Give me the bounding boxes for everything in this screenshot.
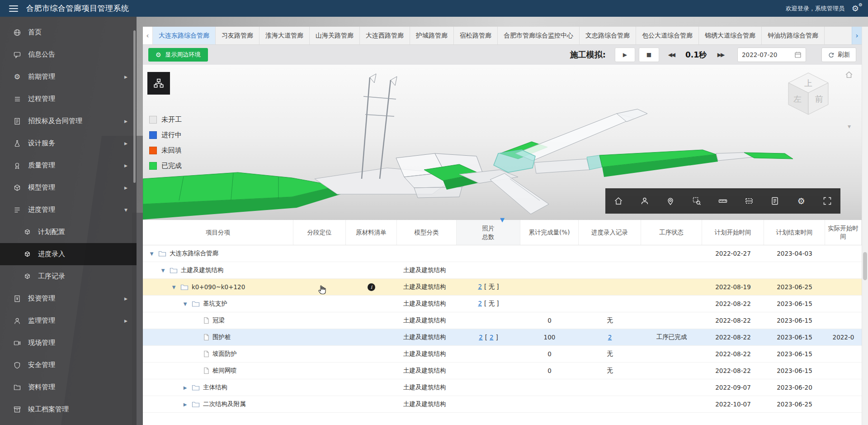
- sidebar-item-investment[interactable]: 投资管理 ▶: [0, 287, 137, 310]
- sidebar-item-model[interactable]: 模型管理 ▶: [0, 177, 137, 199]
- hierarchy-icon: [153, 78, 164, 89]
- tab-huaihai[interactable]: 淮海大道管廊: [259, 27, 310, 44]
- sidebar-item-early-stage[interactable]: ⚙ 前期管理 ▶: [0, 66, 137, 88]
- progress-list-icon: [13, 206, 22, 214]
- info-icon[interactable]: i: [368, 283, 375, 291]
- tree-toggle-icon[interactable]: ▶: [182, 402, 189, 407]
- col-header-materials: 原材料清单: [346, 220, 397, 245]
- table-row[interactable]: ▶ 二次结构及附属 土建及建筑结构 2022-10-07 2023-06-25: [143, 396, 862, 413]
- date-value: 2022-07-20: [742, 51, 777, 58]
- tabs-scroll-left-button[interactable]: ‹: [143, 27, 153, 44]
- tab-susong[interactable]: 宿松路管廊: [454, 27, 498, 44]
- date-picker[interactable]: 2022-07-20: [737, 48, 806, 62]
- viewport-home-icon[interactable]: [844, 70, 854, 79]
- location-pin-icon[interactable]: [663, 193, 678, 209]
- sidebar-item-bidding-contracts[interactable]: 招投标及合同管理 ▶: [0, 110, 137, 132]
- records-link[interactable]: 2: [608, 334, 612, 341]
- sidebar-item-completion-archive[interactable]: 竣工档案管理: [0, 398, 137, 420]
- model-tree-button[interactable]: [147, 72, 170, 95]
- play-button[interactable]: ▶: [615, 48, 635, 62]
- speed-down-button[interactable]: ◀◀: [663, 48, 680, 62]
- sidebar-item-quality[interactable]: 质量管理 ▶: [0, 154, 137, 177]
- clipboard-list-icon[interactable]: [767, 193, 783, 209]
- tab-zhongyoufang[interactable]: 钟油坊路综合管廊: [762, 27, 825, 44]
- model-category-cell: 土建及建筑结构: [397, 316, 457, 325]
- table-row[interactable]: 桩间网喷 土建及建筑结构 0 无 2022-08-22 2023-06-15: [143, 363, 862, 379]
- sidebar-item-process-records[interactable]: 工序记录: [0, 265, 137, 287]
- sidebar-item-announcements[interactable]: 信息公告: [0, 43, 137, 66]
- table-header-row: 项目分项 分段定位 原材料清单 模型分类 照片总数 累计完成量(%) 进度录入记…: [143, 220, 862, 245]
- model-category-cell: 土建及建筑结构: [397, 400, 457, 408]
- home-view-icon[interactable]: [611, 193, 626, 209]
- photo-count-link[interactable]: 2: [490, 334, 494, 341]
- photo-count-link[interactable]: 2: [478, 300, 482, 307]
- tab-shanhaiguan[interactable]: 山海关路管廊: [310, 27, 360, 44]
- table-row-highlighted[interactable]: 围护桩 土建及建筑结构 2[2] 100 2 工序已完成 2022-08-22 …: [143, 329, 862, 346]
- refresh-button[interactable]: 刷新: [821, 48, 856, 62]
- measure-ruler-icon[interactable]: [715, 193, 731, 209]
- sidebar-item-process[interactable]: 过程管理: [0, 88, 137, 110]
- tab-monitor-center[interactable]: 合肥市管廊综合监控中心: [498, 27, 580, 44]
- tree-toggle-icon[interactable]: ▼: [148, 251, 155, 256]
- sidebar-item-home[interactable]: 首页: [0, 21, 137, 43]
- welcome-text: 欢迎登录，系统管理员: [786, 5, 844, 13]
- sidebar-item-progress-entry[interactable]: 进度录入: [0, 243, 137, 265]
- fullscreen-icon[interactable]: [820, 193, 835, 209]
- table-row[interactable]: 坡面防护 土建及建筑结构 0 无 2022-08-22 2023-06-15: [143, 346, 862, 363]
- table-row[interactable]: ▶ 主体结构 土建及建筑结构 2022-09-07 2023-06-20: [143, 379, 862, 396]
- menu-hamburger-icon[interactable]: [9, 5, 18, 12]
- model-category-cell: 土建及建筑结构: [397, 283, 457, 291]
- sidebar-item-site[interactable]: 现场管理: [0, 332, 137, 354]
- page-scrollbar-thumb[interactable]: [863, 252, 867, 280]
- sidebar-item-documents[interactable]: 资料管理: [0, 376, 137, 398]
- show-environment-button[interactable]: ⚙ 显示周边环境: [148, 48, 208, 62]
- sidebar-item-safety[interactable]: 安全管理: [0, 354, 137, 376]
- tab-xiyou[interactable]: 习友路管廊: [216, 27, 259, 44]
- viewport-toolbar: ⚙: [605, 188, 840, 214]
- table-row-selected[interactable]: ▼ k0+090~k0+120 i 土建及建筑结构 2[ 无 ] 2022-08…: [143, 279, 862, 296]
- sim-toolbar: ⚙ 显示周边环境 施工模拟: ▶ ■ ◀◀ 0.1秒 ▶▶ 2022-07-20…: [143, 45, 862, 65]
- tree-item-label: 主体结构: [203, 383, 227, 392]
- section-box-icon[interactable]: [741, 193, 757, 209]
- settings-gear-icon[interactable]: ⚙⚙: [852, 5, 859, 13]
- stop-button[interactable]: ■: [639, 48, 659, 62]
- tab-dalian-east[interactable]: 大连东路综合管廊: [153, 27, 216, 44]
- legend-swatch-inprogress: [149, 131, 157, 139]
- legend-item: 未回填: [149, 146, 182, 155]
- tab-baogong[interactable]: 包公大道综合管廊: [636, 27, 699, 44]
- box-search-icon[interactable]: [689, 193, 704, 209]
- sidebar-item-design-services[interactable]: 设计服务 ▶: [0, 132, 137, 154]
- tree-toggle-icon[interactable]: ▶: [182, 385, 189, 390]
- tab-wenzhong[interactable]: 文忠路综合管廊: [580, 27, 636, 44]
- viewport-collapse-handle[interactable]: ▼: [500, 217, 505, 223]
- page-scrollbar[interactable]: [862, 27, 868, 425]
- table-row[interactable]: ▼ 基坑支护 土建及建筑结构 2[ 无 ] 2022-08-22 2023-06…: [143, 296, 862, 312]
- file-icon: [203, 350, 209, 358]
- sidebar-scrollbar-thumb[interactable]: [133, 30, 136, 183]
- tabs-scroll-right-button[interactable]: ›: [852, 27, 862, 44]
- cube-chevron-down-icon[interactable]: ▾: [848, 123, 851, 130]
- viewport-3d[interactable]: 未开工 进行中 未回填 已完成 上 左 前: [143, 65, 862, 220]
- tab-jinxiu[interactable]: 锦绣大道综合管廊: [699, 27, 762, 44]
- photo-count-link[interactable]: 2: [478, 283, 482, 290]
- table-row[interactable]: 冠梁 土建及建筑结构 0 无 2022-08-22 2023-06-15: [143, 312, 862, 329]
- cube-left-label: 左: [793, 94, 802, 104]
- sidebar-item-progress[interactable]: 进度管理 ▼: [0, 199, 137, 221]
- walkthrough-person-icon[interactable]: [637, 193, 652, 209]
- sidebar-item-plan-config[interactable]: 计划配置: [0, 221, 137, 243]
- records-cell: 无: [579, 350, 641, 358]
- tree-toggle-icon[interactable]: ▼: [170, 285, 177, 290]
- tree-toggle-icon[interactable]: ▼: [182, 301, 189, 306]
- tab-hucheng[interactable]: 护城路管廊: [410, 27, 454, 44]
- sidebar-item-supervision[interactable]: 监理管理 ▶: [0, 310, 137, 332]
- table-row[interactable]: ▼ 土建及建筑结构 土建及建筑结构: [143, 262, 862, 279]
- col-header-progress-records: 进度录入记录: [579, 220, 641, 245]
- plan-start-cell: 2022-08-22: [702, 367, 764, 374]
- navigation-cube[interactable]: 上 左 前: [781, 67, 835, 122]
- speed-up-button[interactable]: ▶▶: [712, 48, 729, 62]
- tree-toggle-icon[interactable]: ▼: [160, 268, 166, 273]
- tab-dalian-west[interactable]: 大连西路管廊: [360, 27, 410, 44]
- photo-count-link[interactable]: 2: [479, 334, 483, 341]
- table-row[interactable]: ▼ 大连东路综合管廊 2022-02-27 2023-04-03: [143, 245, 862, 262]
- viewport-settings-gear-icon[interactable]: ⚙: [793, 193, 809, 209]
